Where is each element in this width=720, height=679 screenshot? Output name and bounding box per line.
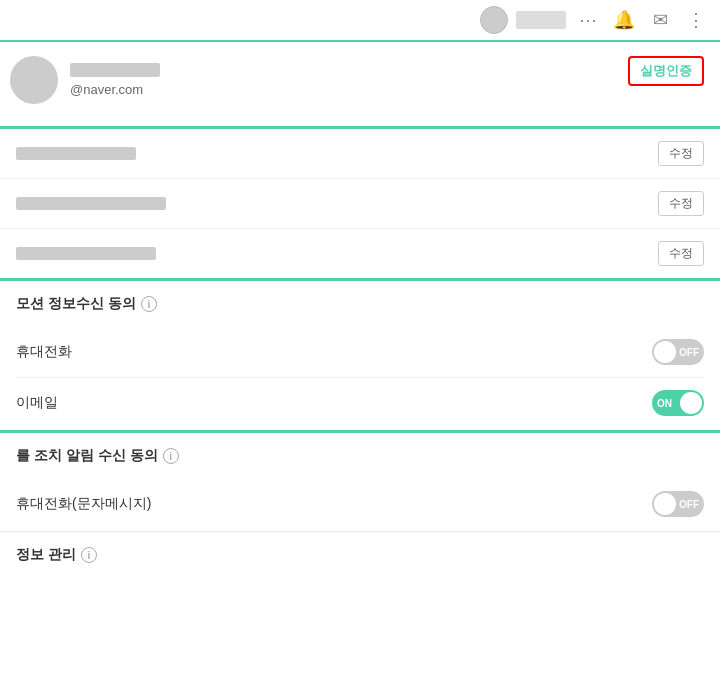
alert-row-mobile: 휴대전화(문자메시지) OFF	[16, 479, 704, 531]
promo-info-icon[interactable]: i	[141, 296, 157, 312]
info-row: 수정	[0, 129, 720, 179]
alert-consent-section: 를 조치 알림 수신 동의 i 휴대전화(문자메시지) OFF	[0, 433, 720, 532]
toggle-text-off: OFF	[679, 347, 699, 358]
edit-button-1[interactable]: 수정	[658, 141, 704, 166]
manage-section-header: 정보 관리 i	[16, 546, 704, 564]
avatar	[480, 6, 508, 34]
profile-name	[70, 63, 160, 77]
verified-button[interactable]: 실명인증	[628, 56, 704, 86]
promo-consent-section: 모션 정보수신 동의 i 휴대전화 OFF 이메일 ON	[0, 281, 720, 433]
toggle-knob	[654, 341, 676, 363]
alert-section-title: 를 조치 알림 수신 동의	[16, 447, 158, 465]
info-row: 수정	[0, 229, 720, 278]
toggle-alert-mobile[interactable]: OFF	[652, 491, 704, 517]
toggle-label-email: 이메일	[16, 394, 58, 412]
info-row: 수정	[0, 179, 720, 229]
nav-username	[516, 11, 566, 29]
chat-icon[interactable]: ⋯	[574, 6, 602, 34]
alert-info-icon[interactable]: i	[163, 448, 179, 464]
toggle-text-on: ON	[657, 398, 672, 409]
profile-avatar	[10, 56, 58, 104]
mail-icon[interactable]: ✉	[646, 6, 674, 34]
toggle-mobile-phone[interactable]: OFF	[652, 339, 704, 365]
profile-row: @naver.com	[10, 56, 704, 104]
alert-label-mobile: 휴대전화(문자메시지)	[16, 495, 151, 513]
info-value-3	[16, 247, 156, 260]
more-icon[interactable]: ⋮	[682, 6, 710, 34]
promo-section-header: 모션 정보수신 동의 i	[16, 295, 704, 313]
manage-info-icon[interactable]: i	[81, 547, 97, 563]
toggle-knob-on	[680, 392, 702, 414]
bell-icon[interactable]: 🔔	[610, 6, 638, 34]
toggle-knob-alert	[654, 493, 676, 515]
toggle-text-alert: OFF	[679, 499, 699, 510]
info-value-2	[16, 197, 166, 210]
edit-button-3[interactable]: 수정	[658, 241, 704, 266]
promo-section-title: 모션 정보수신 동의	[16, 295, 136, 313]
profile-email: @naver.com	[70, 82, 704, 97]
manage-section-title: 정보 관리	[16, 546, 76, 564]
top-navigation: ⋯ 🔔 ✉ ⋮	[0, 0, 720, 42]
profile-section: @naver.com 실명인증	[0, 42, 720, 129]
info-rows-section: 수정 수정 수정	[0, 129, 720, 281]
toggle-row-email: 이메일 ON	[16, 378, 704, 430]
manage-section: 정보 관리 i	[0, 532, 720, 592]
toggle-email[interactable]: ON	[652, 390, 704, 416]
info-value-1	[16, 147, 136, 160]
toggle-label-mobile: 휴대전화	[16, 343, 72, 361]
edit-button-2[interactable]: 수정	[658, 191, 704, 216]
profile-info: @naver.com	[70, 63, 704, 97]
alert-section-header: 를 조치 알림 수신 동의 i	[16, 447, 704, 465]
toggle-row-mobile: 휴대전화 OFF	[16, 327, 704, 378]
